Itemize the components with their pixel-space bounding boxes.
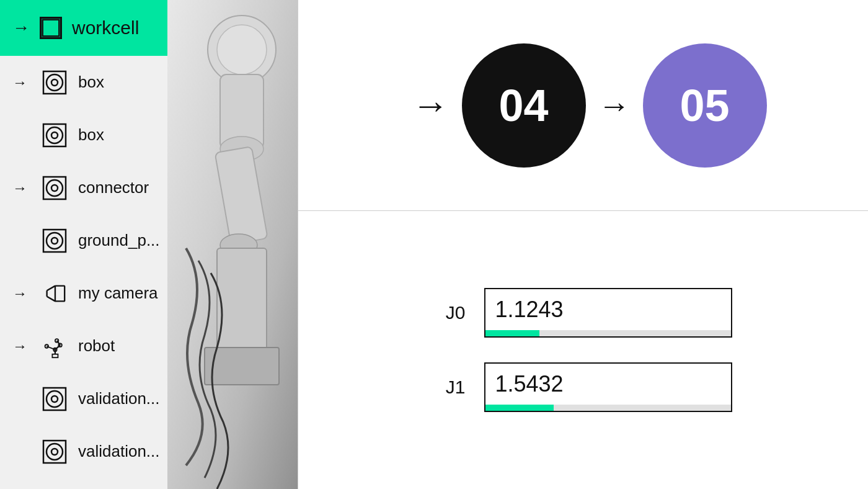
svg-line-14: [47, 285, 55, 290]
step-current-number: 04: [498, 80, 548, 131]
joint-j1-progress-fill: [485, 405, 554, 411]
step-arrow-right-icon: →: [598, 89, 631, 122]
circle-target-icon: [42, 439, 67, 464]
joint-j1-progress-bar: [485, 405, 731, 411]
joint-j0-label: J0: [435, 302, 466, 323]
robot-image: [167, 0, 298, 489]
circle-target-icon: [42, 228, 67, 253]
svg-point-9: [51, 185, 58, 191]
svg-point-31: [51, 449, 58, 455]
left-panel: → workcell → box →: [0, 0, 298, 489]
svg-point-30: [46, 444, 63, 460]
joint-j0-value-box[interactable]: 1.1243: [484, 288, 732, 338]
joint-row-j0: J0 1.1243: [435, 288, 732, 338]
joint-row-j1: J1 1.5432: [435, 362, 732, 412]
item-label: ground_p...: [78, 231, 160, 250]
step-next-circle[interactable]: 05: [643, 43, 767, 168]
camera-icon: [42, 281, 67, 306]
joint-j0-progress-fill: [485, 330, 539, 336]
svg-point-11: [46, 233, 63, 249]
robot-arm-icon: [42, 334, 67, 359]
svg-point-6: [51, 132, 58, 138]
workcell-arrow-icon: →: [12, 18, 30, 38]
joint-j0-progress-bar: [485, 330, 731, 336]
step-section: → 04 → 05: [298, 0, 868, 211]
step-arrow-left-icon: →: [412, 87, 450, 124]
svg-point-27: [46, 391, 63, 407]
svg-line-15: [47, 296, 55, 301]
svg-rect-13: [55, 285, 64, 301]
item-label: validation...: [78, 389, 160, 408]
step-next-number: 05: [680, 80, 729, 131]
workcell-label: workcell: [72, 17, 139, 38]
item-label: robot: [78, 336, 115, 356]
joint-j1-value-box[interactable]: 1.5432: [484, 362, 732, 412]
step-current-circle[interactable]: 04: [462, 43, 586, 168]
svg-point-12: [51, 238, 58, 244]
item-arrow-icon: →: [12, 338, 31, 355]
item-arrow-icon: →: [12, 179, 31, 197]
joint-j1-label: J1: [435, 377, 466, 398]
right-panel: → 04 → 05 J0 1.1243 J1 1.5432: [298, 0, 868, 489]
svg-rect-17: [52, 354, 58, 357]
circle-target-icon: [42, 176, 67, 200]
svg-line-19: [55, 345, 60, 349]
circle-target-icon: [42, 387, 67, 411]
svg-point-23: [55, 339, 58, 342]
circle-target-icon: [42, 123, 67, 148]
svg-rect-39: [217, 248, 267, 360]
item-label: my camera: [78, 284, 158, 303]
svg-point-3: [51, 79, 58, 86]
joint-j1-value: 1.5432: [485, 364, 731, 405]
item-label: validation...: [78, 442, 160, 461]
item-arrow-icon: →: [12, 74, 31, 91]
svg-rect-0: [43, 20, 60, 37]
item-arrow-icon: →: [12, 285, 31, 302]
svg-point-5: [46, 127, 63, 143]
item-label: connector: [78, 178, 149, 197]
workcell-square-icon: [40, 17, 62, 39]
svg-point-28: [51, 396, 58, 402]
svg-point-8: [46, 180, 63, 196]
circle-target-icon: [42, 70, 67, 95]
svg-point-34: [217, 25, 267, 74]
svg-point-2: [46, 74, 63, 91]
joint-section: J0 1.1243 J1 1.5432: [298, 211, 868, 489]
joint-j0-value: 1.1243: [485, 289, 731, 330]
item-label: box: [78, 125, 104, 145]
item-label: box: [78, 73, 104, 92]
